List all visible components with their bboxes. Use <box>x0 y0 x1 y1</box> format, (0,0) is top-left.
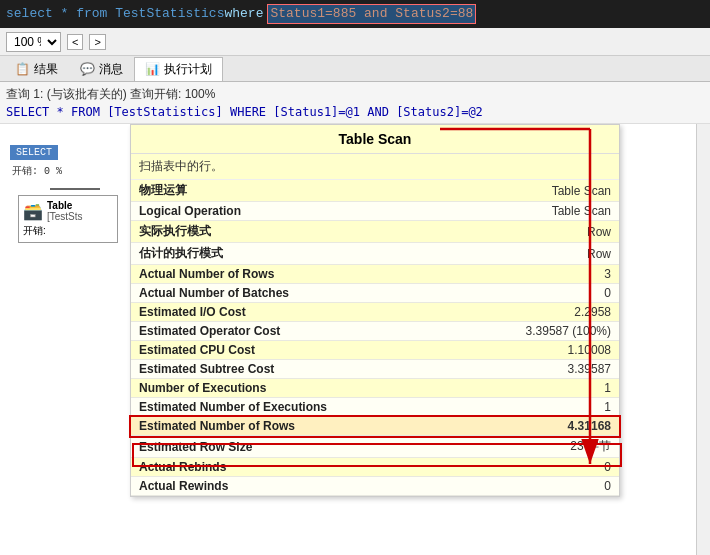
popup-row-value: 4.31168 <box>424 417 619 436</box>
sql-editor-bar: select * from TestStatistics where Statu… <box>0 0 710 28</box>
sql-prefix: select * from TestStatistics <box>6 5 224 23</box>
popup-table-row: Actual Number of Batches0 <box>131 284 619 303</box>
popup-table-row: Estimated Operator Cost3.39587 (100%) <box>131 322 619 341</box>
table-icon: 🗃️ <box>23 202 43 221</box>
tabs-bar: 📋 结果 💬 消息 📊 执行计划 <box>0 56 710 82</box>
popup-row-value: Table Scan <box>424 202 619 221</box>
popup-subtitle: 扫描表中的行。 <box>131 154 619 180</box>
popup-row-label: Actual Rewinds <box>131 477 424 496</box>
tab-messages[interactable]: 💬 消息 <box>69 57 134 81</box>
popup-row-value: Row <box>424 243 619 265</box>
popup-row-value: 0 <box>424 458 619 477</box>
popup-table-row: Estimated Number of Rows4.31168 <box>131 417 619 436</box>
tab-plan-icon: 📊 <box>145 62 160 77</box>
popup-table-row: 估计的执行模式Row <box>131 243 619 265</box>
popup-row-label: Estimated Operator Cost <box>131 322 424 341</box>
popup-row-value: 1.10008 <box>424 341 619 360</box>
popup-row-label: Estimated Subtree Cost <box>131 360 424 379</box>
popup-table-row: Number of Executions1 <box>131 379 619 398</box>
popup-table-row: Actual Rebinds0 <box>131 458 619 477</box>
popup-header: Table Scan <box>131 125 619 154</box>
popup-row-label: Number of Executions <box>131 379 424 398</box>
tab-plan[interactable]: 📊 执行计划 <box>134 57 223 81</box>
popup-row-label: Estimated I/O Cost <box>131 303 424 322</box>
toolbar: 100 % < > <box>0 28 710 56</box>
popup-panel: Table Scan 扫描表中的行。 物理运算Table ScanLogical… <box>130 124 620 497</box>
popup-row-value: 3.39587 (100%) <box>424 322 619 341</box>
tab-messages-icon: 💬 <box>80 62 95 77</box>
sql-keyword: where <box>224 5 263 23</box>
popup-row-value: Row <box>424 221 619 243</box>
popup-row-label: Estimated CPU Cost <box>131 341 424 360</box>
table-node-container: 🗃️ Table [TestSts 开销: <box>18 195 145 243</box>
nav-forward-button[interactable]: > <box>89 34 105 50</box>
table-node: 🗃️ Table [TestSts 开销: <box>18 195 118 243</box>
popup-row-value: 0 <box>424 284 619 303</box>
zoom-select[interactable]: 100 % <box>6 32 61 52</box>
status-bar: 查询 1: (与该批有关的) 查询开销: 100% SELECT * FROM … <box>0 82 710 124</box>
popup-row-label: Actual Number of Rows <box>131 265 424 284</box>
popup-row-value: 1 <box>424 379 619 398</box>
tab-plan-label: 执行计划 <box>164 61 212 78</box>
popup-row-value: 2.2958 <box>424 303 619 322</box>
table-node-info: Table [TestSts <box>47 200 83 222</box>
tab-messages-label: 消息 <box>99 61 123 78</box>
table-node-header: 🗃️ Table [TestSts <box>23 200 113 222</box>
popup-table: 物理运算Table ScanLogical OperationTable Sca… <box>131 180 619 496</box>
popup-row-label: Estimated Number of Executions <box>131 398 424 417</box>
popup-table-row: Actual Number of Rows3 <box>131 265 619 284</box>
popup-row-value: 3 <box>424 265 619 284</box>
table-node-cost: 开销: <box>23 224 113 238</box>
nav-back-button[interactable]: < <box>67 34 83 50</box>
popup-row-label: Actual Number of Batches <box>131 284 424 303</box>
popup-row-label: Logical Operation <box>131 202 424 221</box>
popup-table-row: Estimated Subtree Cost3.39587 <box>131 360 619 379</box>
scrollbar[interactable] <box>696 124 710 555</box>
popup-table-row: Estimated Number of Executions1 <box>131 398 619 417</box>
popup-table-row: Logical OperationTable Scan <box>131 202 619 221</box>
main-content: SELECT 开销: 0 % 🗃️ Table [TestSts 开销: <box>0 124 710 555</box>
popup-row-label: Actual Rebinds <box>131 458 424 477</box>
select-cost: 开销: 0 % <box>12 164 145 178</box>
popup-row-label: 实际执行模式 <box>131 221 424 243</box>
tab-results-icon: 📋 <box>15 62 30 77</box>
popup-row-label: 估计的执行模式 <box>131 243 424 265</box>
tab-results-label: 结果 <box>34 61 58 78</box>
popup-row-label: Estimated Row Size <box>131 436 424 458</box>
sql-highlight: Status1=885 and Status2=88 <box>267 4 476 24</box>
popup-row-value: 0 <box>424 477 619 496</box>
select-node: SELECT 开销: 0 % <box>10 144 145 178</box>
popup-row-label: 物理运算 <box>131 180 424 202</box>
popup-table-row: 实际执行模式Row <box>131 221 619 243</box>
popup-row-value: 1 <box>424 398 619 417</box>
popup-row-value: 23 字节 <box>424 436 619 458</box>
status-text: 查询 1: (与该批有关的) 查询开销: 100% <box>6 86 704 103</box>
popup-row-value: Table Scan <box>424 180 619 202</box>
tab-results[interactable]: 📋 结果 <box>4 57 69 81</box>
popup-table-row: Estimated CPU Cost1.10008 <box>131 341 619 360</box>
popup-row-label: Estimated Number of Rows <box>131 417 424 436</box>
connector-line <box>50 188 100 190</box>
popup-table-row: Estimated I/O Cost2.2958 <box>131 303 619 322</box>
sql-display: SELECT * FROM [TestStatistics] WHERE [St… <box>6 105 704 119</box>
popup-table-row: Actual Rewinds0 <box>131 477 619 496</box>
popup-row-value: 3.39587 <box>424 360 619 379</box>
popup-table-row: Estimated Row Size23 字节 <box>131 436 619 458</box>
select-node-label: SELECT <box>10 145 58 160</box>
popup-table-row: 物理运算Table Scan <box>131 180 619 202</box>
